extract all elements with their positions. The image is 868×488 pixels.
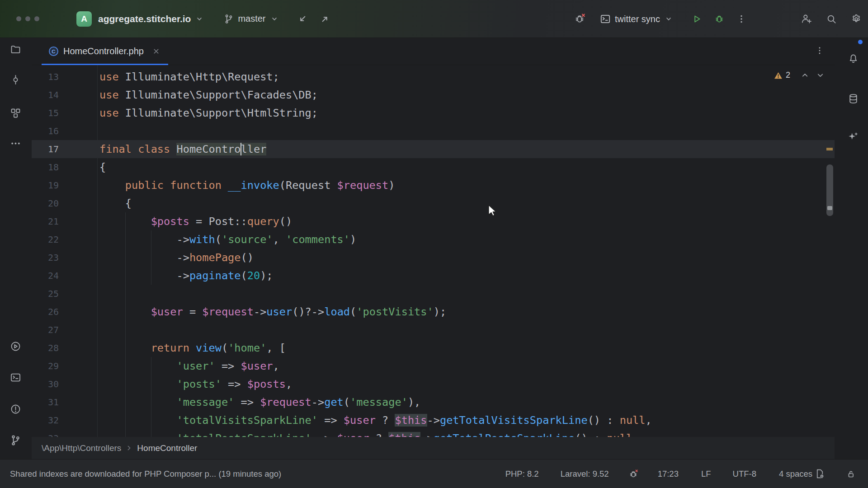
code-line[interactable]: 25 [32,285,835,303]
line-number[interactable]: 29 [32,357,59,375]
code-line[interactable]: 14use Illuminate\Support\Facades\DB; [32,86,835,104]
line-number[interactable]: 28 [32,339,59,357]
line-number[interactable]: 14 [32,86,59,104]
chevron-down-icon[interactable] [665,15,673,23]
line-number[interactable]: 20 [32,194,59,212]
code-line[interactable]: 20 { [32,194,835,212]
tab-options-kebab-icon[interactable] [815,46,825,57]
code-line[interactable]: 27 [32,321,835,339]
branch-selector[interactable]: master [238,14,265,24]
code-line[interactable]: 29 'user' => $user, [32,357,835,375]
line-number[interactable]: 32 [32,411,59,429]
tab-close-icon[interactable] [152,47,160,55]
line-ending-widget[interactable]: LF [701,469,711,479]
window-minimize-dot[interactable] [25,16,30,21]
arrow-up-right-icon[interactable] [319,13,331,25]
stop-debugger-icon[interactable] [573,13,586,25]
inspections-widget[interactable]: 2 [774,70,825,80]
code-line[interactable]: 13use Illuminate\Http\Request; [32,68,835,86]
notifications-bell-icon[interactable] [847,53,859,65]
breadcrumb-item[interactable]: HomeController [137,443,197,453]
line-number[interactable]: 26 [32,303,59,321]
more-tool-windows-icon[interactable] [9,137,22,150]
line-number[interactable]: 25 [32,285,59,303]
code-line[interactable]: 15use Illuminate\Support\HtmlString; [32,104,835,122]
encoding-widget[interactable]: UTF-8 [733,469,756,479]
window-controls[interactable] [16,16,39,21]
code-line[interactable]: 23 ->homePage() [32,249,835,267]
code-line[interactable]: 16 [32,122,835,140]
terminal-tool-icon[interactable] [9,371,22,384]
indent-settings-file-gear-icon[interactable] [814,468,826,479]
window-zoom-dot[interactable] [34,16,39,21]
line-number[interactable]: 31 [32,393,59,411]
run-button[interactable] [691,13,703,25]
breadcrumb: \App\Http\ControllersHomeController [42,443,197,453]
window-close-dot[interactable] [16,16,21,21]
line-number[interactable]: 16 [32,122,59,140]
run-config-terminal-icon[interactable] [599,13,611,25]
line-number[interactable]: 23 [32,249,59,267]
line-number[interactable]: 19 [32,176,59,194]
code-line[interactable]: 18{ [32,158,835,176]
project-tool-folder-icon[interactable] [9,43,22,56]
arrow-down-left-icon[interactable] [297,13,308,25]
code-line[interactable]: 31 'message' => $request->get('message')… [32,393,835,411]
line-number[interactable]: 30 [32,375,59,393]
php-version-widget[interactable]: PHP: 8.2 [505,469,539,479]
mouse-cursor [487,204,499,220]
git-branch-icon[interactable] [223,14,234,24]
code-line[interactable]: 30 'posts' => $posts, [32,375,835,393]
tab-label: HomeController.php [63,46,144,56]
code-editor[interactable]: 13use Illuminate\Http\Request;14use Illu… [32,65,835,437]
breadcrumb-bar: \App\Http\ControllersHomeController [32,437,835,459]
clock-widget[interactable]: 17:23 [658,469,679,479]
git-tool-branch-icon[interactable] [9,434,22,446]
status-message[interactable]: Shared indexes are downloaded for PHP Co… [10,469,281,479]
unlocked-padlock-icon[interactable] [845,469,856,479]
settings-gear-icon[interactable] [850,13,863,25]
debug-button[interactable] [713,13,725,25]
laravel-version-widget[interactable]: Laravel: 9.52 [561,469,609,479]
code-line[interactable]: 21 $posts = Post::query() [32,212,835,230]
line-number[interactable]: 21 [32,212,59,230]
code-line[interactable]: 19 public function __invoke(Request $req… [32,176,835,194]
search-everywhere-icon[interactable] [826,13,837,25]
indent-widget[interactable]: 4 spaces [779,469,812,479]
commit-tool-icon[interactable] [9,74,22,86]
code-with-me-icon[interactable] [800,13,813,25]
next-problem-chevron-down-icon[interactable] [816,71,825,80]
database-tool-icon[interactable] [847,93,859,105]
code-line[interactable]: 32 'totalVisitsSparkLine' => $user ? $th… [32,411,835,429]
chevron-down-icon[interactable] [195,15,203,23]
breadcrumb-item[interactable]: \App\Http\Controllers [42,443,121,453]
code-line[interactable]: 22 ->with('source', 'comments') [32,230,835,249]
ai-assistant-sparkle-icon[interactable] [847,130,859,142]
run-config-selector[interactable]: twitter sync [615,14,660,24]
line-number[interactable]: 18 [32,158,59,176]
line-number[interactable]: 24 [32,267,59,285]
code-line[interactable]: 17final class HomeController [32,140,835,158]
tab-homecontroller[interactable]: C HomeController.php [42,38,168,65]
project-selector[interactable]: aggregate.stitcher.io [98,14,191,24]
line-number[interactable]: 33 [32,429,59,437]
line-number[interactable]: 27 [32,321,59,339]
structure-tool-icon[interactable] [9,107,22,119]
line-number[interactable]: 22 [32,230,59,249]
code-line[interactable]: 24 ->paginate(20); [32,267,835,285]
project-badge-icon: A [76,11,92,27]
text-caret [241,143,241,155]
code-line[interactable]: 33 'totalPostsSparkLine' => $user ? $thi… [32,429,835,437]
line-number[interactable]: 13 [32,68,59,86]
code-line[interactable]: 28 return view('home', [ [32,339,835,357]
line-number[interactable]: 17 [32,140,59,158]
warning-count: 2 [786,70,790,80]
chevron-down-icon[interactable] [270,15,278,23]
line-number[interactable]: 15 [32,104,59,122]
prev-problem-chevron-up-icon[interactable] [801,71,809,80]
code-line[interactable]: 26 $user = $request->user()?->load('post… [32,303,835,321]
run-tool-icon[interactable] [9,340,22,352]
no-debugger-bug-icon[interactable] [628,469,639,479]
more-actions-kebab-icon[interactable] [736,14,747,24]
problems-tool-icon[interactable] [9,403,22,415]
